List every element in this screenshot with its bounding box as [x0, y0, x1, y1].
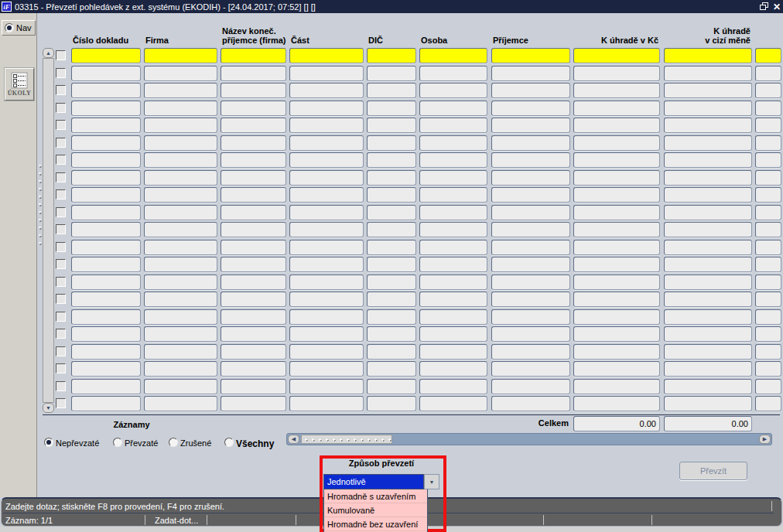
grid-cell[interactable]	[71, 326, 141, 342]
grid-cell[interactable]	[573, 344, 660, 360]
grid-cell[interactable]	[573, 396, 660, 411]
grid-cell[interactable]	[755, 118, 781, 133]
grid-cell[interactable]	[221, 187, 286, 203]
scroll-down-button[interactable]: ▼	[43, 403, 54, 413]
grid-cell[interactable]	[144, 170, 217, 186]
grid-cell[interactable]	[289, 292, 364, 307]
grid-cell[interactable]	[289, 396, 364, 411]
grid-cell[interactable]	[419, 205, 487, 220]
row-select-checkbox[interactable]	[56, 68, 66, 78]
grid-cell[interactable]	[144, 152, 217, 168]
grid-cell[interactable]	[367, 326, 416, 342]
grid-cell[interactable]	[221, 205, 286, 220]
grid-cell[interactable]	[144, 361, 217, 377]
grid-cell[interactable]	[664, 205, 752, 220]
grid-cell[interactable]	[144, 275, 217, 290]
grid-cell[interactable]	[755, 48, 781, 63]
grid-cell[interactable]	[755, 66, 781, 81]
grid-cell[interactable]	[71, 83, 141, 98]
grid-cell[interactable]	[367, 240, 416, 255]
filter-radio[interactable]	[44, 438, 53, 447]
row-select-checkbox[interactable]	[56, 242, 66, 252]
grid-cell[interactable]	[419, 292, 487, 307]
grid-cell[interactable]	[144, 309, 217, 325]
prevzit-button[interactable]: Převzít	[679, 462, 747, 480]
grid-cell[interactable]	[289, 361, 364, 377]
grid-cell[interactable]	[221, 222, 286, 237]
grid-cell[interactable]	[573, 292, 660, 307]
grid-cell[interactable]	[664, 379, 752, 394]
grid-cell[interactable]	[367, 48, 416, 63]
grid-cell[interactable]	[289, 187, 364, 203]
grid-cell[interactable]	[144, 326, 217, 342]
nav-toggle[interactable]: Nav	[2, 20, 36, 36]
grid-cell[interactable]	[664, 344, 752, 360]
grid-cell[interactable]	[71, 187, 141, 203]
grid-cell[interactable]	[419, 118, 487, 133]
grid-cell[interactable]	[755, 379, 781, 394]
grid-cell[interactable]	[419, 152, 487, 168]
grid-cell[interactable]	[491, 66, 570, 81]
restore-button[interactable]	[758, 1, 771, 12]
row-select-checkbox[interactable]	[56, 224, 66, 234]
grid-cell[interactable]	[367, 152, 416, 168]
grid-cell[interactable]	[573, 66, 660, 81]
grid-cell[interactable]	[367, 257, 416, 272]
grid-cell[interactable]	[289, 326, 364, 342]
grid-cell[interactable]	[491, 48, 570, 63]
grid-cell[interactable]	[573, 275, 660, 290]
grid-cell[interactable]	[144, 379, 217, 394]
grid-cell[interactable]	[221, 309, 286, 325]
grid-cell[interactable]	[221, 292, 286, 307]
filter-radio[interactable]	[113, 438, 122, 447]
grid-cell[interactable]	[289, 66, 364, 81]
grid-cell[interactable]	[755, 275, 781, 290]
row-select-checkbox[interactable]	[56, 172, 66, 182]
scroll-left-button[interactable]: ◀	[288, 435, 299, 444]
grid-cell[interactable]	[367, 170, 416, 186]
grid-cell[interactable]	[664, 222, 752, 237]
grid-cell[interactable]	[755, 292, 781, 307]
grid-cell[interactable]	[71, 66, 141, 81]
grid-cell[interactable]	[71, 222, 141, 237]
grid-cell[interactable]	[221, 152, 286, 168]
filter-radio-label[interactable]: Zrušené	[180, 438, 211, 448]
grid-cell[interactable]	[491, 396, 570, 411]
grid-cell[interactable]	[221, 48, 286, 63]
row-select-checkbox[interactable]	[56, 346, 66, 356]
row-select-checkbox[interactable]	[56, 189, 66, 200]
grid-cell[interactable]	[144, 240, 217, 255]
grid-cell[interactable]	[367, 344, 416, 360]
row-select-checkbox[interactable]	[56, 155, 66, 165]
grid-cell[interactable]	[491, 101, 570, 116]
grid-cell[interactable]	[755, 101, 781, 116]
grid-cell[interactable]	[573, 101, 660, 116]
grid-cell[interactable]	[367, 205, 416, 220]
grid-cell[interactable]	[71, 292, 141, 307]
grid-cell[interactable]	[419, 170, 487, 186]
grid-cell[interactable]	[289, 135, 364, 151]
grid-cell[interactable]	[71, 48, 141, 63]
filter-radio-label[interactable]: Převzaté	[125, 438, 158, 448]
grid-cell[interactable]	[289, 101, 364, 116]
grid-cell[interactable]	[755, 135, 781, 151]
grid-cell[interactable]	[289, 257, 364, 272]
transfer-list-item[interactable]: Kumulovaně	[324, 503, 427, 517]
grid-cell[interactable]	[491, 379, 570, 394]
grid-cell[interactable]	[573, 379, 660, 394]
grid-cell[interactable]	[71, 396, 141, 411]
grid-cell[interactable]	[491, 222, 570, 237]
grid-cell[interactable]	[419, 48, 487, 63]
grid-cell[interactable]	[419, 326, 487, 342]
grid-cell[interactable]	[367, 379, 416, 394]
grid-cell[interactable]	[419, 240, 487, 255]
grid-cell[interactable]	[573, 326, 660, 342]
filter-radio[interactable]	[169, 438, 178, 447]
grid-cell[interactable]	[221, 275, 286, 290]
grid-cell[interactable]	[491, 275, 570, 290]
grid-cell[interactable]	[664, 152, 752, 168]
grid-cell[interactable]	[144, 101, 217, 116]
scroll-up-button[interactable]: ▲	[43, 48, 54, 58]
nav-radio[interactable]	[5, 23, 14, 32]
grid-cell[interactable]	[289, 205, 364, 220]
